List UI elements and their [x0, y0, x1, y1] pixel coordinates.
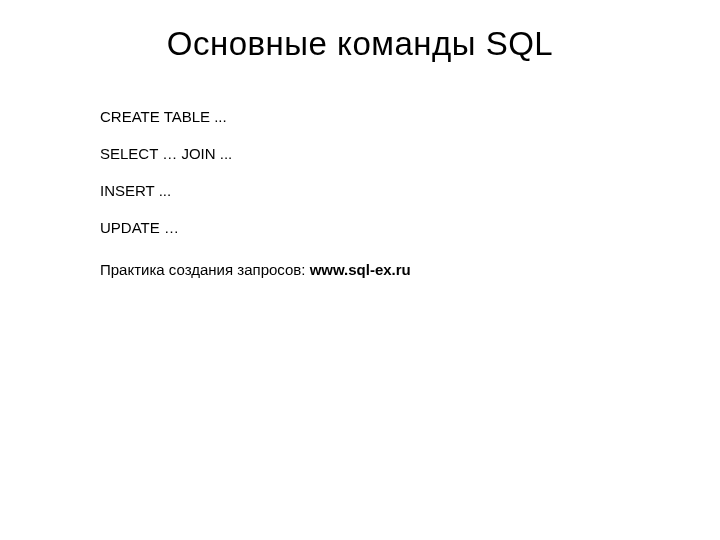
slide: Основные команды SQL CREATE TABLE ... SE…	[0, 0, 720, 540]
slide-content: CREATE TABLE ... SELECT … JOIN ... INSER…	[0, 108, 720, 278]
slide-title: Основные команды SQL	[0, 25, 720, 63]
practice-link: www.sql-ex.ru	[310, 261, 411, 278]
sql-command-update: UPDATE …	[100, 219, 720, 236]
sql-command-create: CREATE TABLE ...	[100, 108, 720, 125]
practice-label: Практика создания запросов:	[100, 261, 310, 278]
sql-command-select: SELECT … JOIN ...	[100, 145, 720, 162]
sql-command-insert: INSERT ...	[100, 182, 720, 199]
practice-line: Практика создания запросов: www.sql-ex.r…	[100, 261, 720, 278]
